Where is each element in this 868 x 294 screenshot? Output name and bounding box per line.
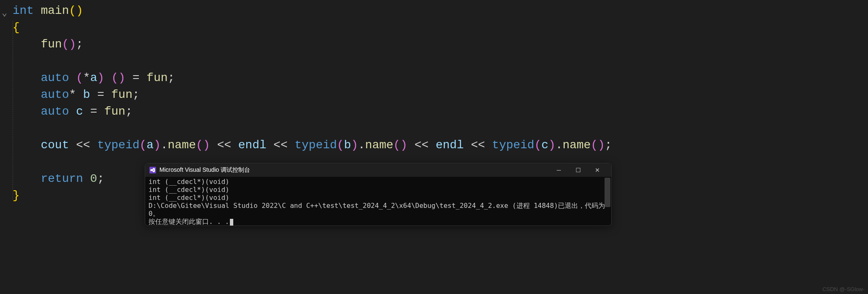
function-main: main: [41, 4, 69, 17]
semi: ;: [97, 172, 104, 185]
keyword-auto: auto: [41, 71, 69, 84]
keyword-typeid: typeid: [97, 139, 140, 152]
paren: (): [111, 71, 125, 84]
minimize-button[interactable]: ─: [549, 163, 568, 177]
op-shift: <<: [471, 139, 485, 152]
op-shift: <<: [217, 139, 231, 152]
maximize-button[interactable]: ☐: [568, 163, 588, 177]
output-line: int (__cdecl*)(void): [149, 186, 608, 194]
method-name: name: [365, 139, 393, 152]
fold-gutter[interactable]: ⌄: [2, 4, 7, 22]
op-shift: <<: [274, 139, 288, 152]
cursor-icon: [230, 219, 233, 226]
brace-close: }: [13, 189, 20, 202]
method-name: name: [168, 139, 196, 152]
id-fun: fun: [146, 71, 167, 84]
var-c: c: [76, 105, 83, 118]
dot: .: [161, 139, 168, 152]
id-endl: endl: [435, 139, 464, 152]
semi: ;: [133, 88, 140, 101]
vs-icon: [149, 167, 156, 173]
paren: ): [154, 139, 161, 152]
paren: (: [76, 71, 83, 84]
method-name: name: [563, 139, 591, 152]
paren: (: [534, 139, 542, 152]
keyword-auto: auto: [41, 105, 69, 118]
paren: ): [548, 139, 555, 152]
var-b: b: [83, 88, 90, 101]
brace-open: {: [13, 21, 20, 34]
paren: (): [394, 139, 408, 152]
paren: (): [69, 4, 83, 17]
debug-console-window[interactable]: Microsoft Visual Studio 调试控制台 ─ ☐ ✕ int …: [145, 163, 612, 226]
code-editor[interactable]: ⌄ int main() { fun(); auto (*a) () = fun…: [0, 0, 868, 294]
number-zero: 0: [90, 172, 97, 185]
chevron-down-icon[interactable]: ⌄: [2, 8, 7, 18]
keyword-auto: auto: [41, 88, 69, 101]
paren: (: [140, 139, 147, 152]
semi: ;: [605, 139, 612, 152]
dot: .: [555, 139, 563, 152]
close-button[interactable]: ✕: [588, 163, 607, 177]
keyword-typeid: typeid: [492, 139, 534, 152]
call-fun: fun: [41, 38, 62, 51]
window-buttons: ─ ☐ ✕: [549, 163, 607, 177]
watermark: CSDN @-SGlow-: [822, 286, 865, 292]
paren: (): [591, 139, 605, 152]
op-assign: =: [90, 105, 97, 118]
paren: (): [196, 139, 210, 152]
star: *: [83, 71, 90, 84]
op-shift: <<: [414, 139, 429, 152]
star: *: [69, 88, 76, 101]
keyword-typeid: typeid: [295, 139, 337, 152]
semi: ;: [168, 71, 175, 84]
output-line: D:\Code\Gitee\Visual Studio 2022\C and C…: [149, 202, 608, 218]
semi: ;: [76, 38, 83, 51]
console-output[interactable]: int (__cdecl*)(void)int (__cdecl*)(void)…: [145, 177, 611, 226]
id-cout: cout: [41, 139, 69, 152]
var-c: c: [542, 139, 549, 152]
id-endl: endl: [238, 139, 266, 152]
op-assign: =: [133, 71, 140, 84]
semi: ;: [125, 105, 133, 118]
output-line: int (__cdecl*)(void): [149, 194, 608, 202]
keyword-return: return: [41, 172, 83, 185]
paren: (): [62, 38, 76, 51]
output-line: int (__cdecl*)(void): [149, 178, 608, 186]
op-shift: <<: [76, 139, 90, 152]
dot: .: [358, 139, 365, 152]
id-fun: fun: [111, 88, 132, 101]
scrollbar-thumb[interactable]: [605, 178, 610, 207]
paren: ): [97, 71, 104, 84]
output-line: 按任意键关闭此窗口. . .: [149, 218, 608, 226]
console-titlebar[interactable]: Microsoft Visual Studio 调试控制台 ─ ☐ ✕: [145, 163, 611, 177]
var-a: a: [146, 139, 154, 152]
keyword-int: int: [13, 4, 34, 17]
op-assign: =: [97, 88, 104, 101]
paren: ): [351, 139, 358, 152]
var-b: b: [344, 139, 351, 152]
id-fun: fun: [104, 105, 125, 118]
console-title: Microsoft Visual Studio 调试控制台: [159, 166, 549, 174]
var-a: a: [90, 71, 97, 84]
paren: (: [337, 139, 344, 152]
